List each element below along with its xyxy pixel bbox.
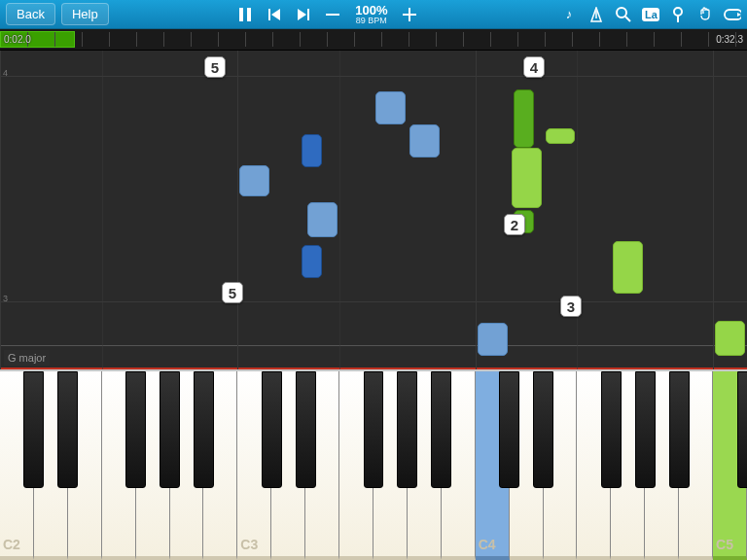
key-signature: G major bbox=[4, 350, 50, 366]
black-key[interactable] bbox=[160, 371, 180, 488]
svg-rect-8 bbox=[409, 8, 410, 21]
finger-number: 5 bbox=[222, 282, 243, 303]
pause-icon[interactable] bbox=[236, 6, 254, 23]
finger-number: 4 bbox=[523, 56, 545, 78]
progress-bar[interactable]: 0:02.0 0:32.3 bbox=[0, 29, 747, 51]
bar-line bbox=[0, 76, 747, 77]
speed-display[interactable]: 100% 89 BPM bbox=[355, 4, 387, 25]
black-key[interactable] bbox=[635, 371, 656, 488]
falling-note bbox=[613, 241, 643, 294]
falling-note bbox=[409, 124, 440, 158]
plus-icon[interactable] bbox=[401, 6, 418, 23]
note-fall-area: 4 3 G major 5 5 4 2 3 bbox=[0, 51, 747, 369]
next-icon[interactable] bbox=[295, 6, 312, 23]
piano-keyboard: C2C3C4C5 bbox=[0, 369, 747, 560]
falling-note bbox=[478, 323, 508, 356]
black-key[interactable] bbox=[397, 371, 417, 488]
falling-note bbox=[302, 134, 322, 167]
black-key[interactable] bbox=[499, 371, 519, 488]
svg-marker-16 bbox=[737, 13, 741, 17]
black-key[interactable] bbox=[262, 371, 282, 488]
falling-note bbox=[512, 148, 542, 208]
hand-icon[interactable] bbox=[696, 6, 714, 23]
black-key[interactable] bbox=[364, 371, 384, 488]
finger-number: 5 bbox=[204, 56, 226, 78]
finger-number: 3 bbox=[560, 296, 582, 317]
bar-number: 3 bbox=[3, 294, 8, 303]
falling-note bbox=[239, 165, 269, 196]
black-key[interactable] bbox=[533, 371, 553, 488]
bookmark-icon[interactable] bbox=[669, 6, 687, 23]
black-key[interactable] bbox=[57, 371, 78, 488]
time-elapsed: 0:02.0 bbox=[4, 34, 31, 45]
falling-note bbox=[546, 128, 576, 144]
octave-label: C3 bbox=[240, 537, 258, 552]
bar-line bbox=[0, 301, 747, 302]
minus-icon[interactable] bbox=[324, 6, 341, 23]
toolbar: Back Help 100% 89 BPM ♪ La bbox=[0, 0, 747, 29]
music-note-icon[interactable]: ♪ bbox=[560, 6, 578, 23]
finger-number: 2 bbox=[504, 214, 525, 235]
search-icon[interactable] bbox=[615, 6, 632, 23]
prev-icon[interactable] bbox=[266, 6, 283, 23]
transport-controls: 100% 89 BPM bbox=[236, 4, 418, 25]
svg-rect-1 bbox=[247, 8, 251, 21]
falling-note bbox=[514, 89, 534, 148]
metronome-icon[interactable] bbox=[587, 6, 605, 23]
black-key[interactable] bbox=[737, 371, 747, 488]
falling-note bbox=[307, 202, 338, 237]
svg-rect-2 bbox=[268, 9, 270, 20]
speed-pct: 100% bbox=[355, 4, 387, 17]
octave-label: C2 bbox=[3, 537, 20, 552]
octave-label: C4 bbox=[479, 537, 496, 552]
svg-marker-3 bbox=[271, 9, 280, 20]
octave-label: C5 bbox=[716, 537, 733, 552]
svg-marker-5 bbox=[298, 9, 306, 20]
note-name-toggle[interactable]: La bbox=[642, 8, 659, 21]
svg-point-13 bbox=[674, 8, 682, 16]
black-key[interactable] bbox=[296, 371, 316, 488]
black-key[interactable] bbox=[601, 371, 622, 488]
speed-bpm: 89 BPM bbox=[356, 17, 387, 25]
back-button[interactable]: Back bbox=[6, 3, 55, 25]
black-key[interactable] bbox=[194, 371, 214, 488]
black-key[interactable] bbox=[669, 371, 690, 488]
bar-number: 4 bbox=[3, 68, 8, 78]
black-key[interactable] bbox=[23, 371, 44, 488]
svg-point-11 bbox=[617, 8, 626, 18]
svg-rect-6 bbox=[326, 14, 339, 16]
help-button[interactable]: Help bbox=[61, 3, 109, 25]
key-line bbox=[0, 345, 747, 346]
black-key[interactable] bbox=[125, 371, 146, 488]
time-total: 0:32.3 bbox=[716, 34, 743, 45]
toolbar-right: ♪ La bbox=[560, 6, 741, 23]
svg-rect-0 bbox=[239, 8, 243, 21]
loop-icon[interactable] bbox=[724, 6, 741, 23]
falling-note bbox=[375, 91, 406, 124]
falling-note bbox=[302, 245, 322, 278]
falling-note bbox=[715, 321, 745, 356]
black-key[interactable] bbox=[431, 371, 451, 488]
svg-rect-4 bbox=[307, 9, 309, 20]
svg-line-12 bbox=[625, 17, 630, 21]
